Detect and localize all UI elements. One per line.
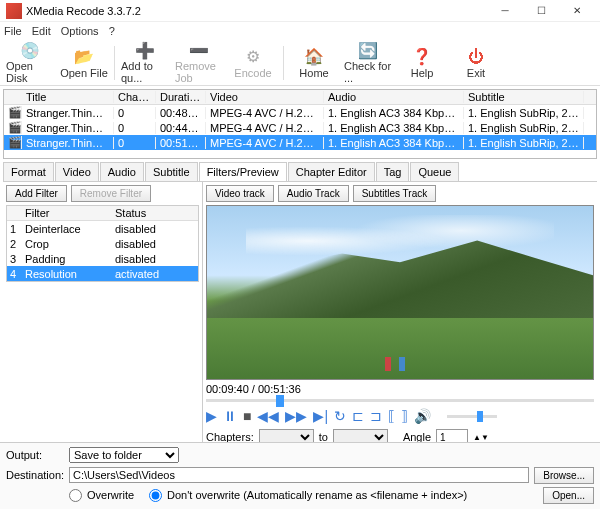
maximize-button[interactable]: ☐ bbox=[524, 2, 558, 20]
range-out-button[interactable]: ⟧ bbox=[401, 408, 408, 424]
table-row[interactable]: 🎬Stranger.Things...000:48:16MPEG-4 AVC /… bbox=[4, 105, 596, 120]
filter-row[interactable]: 4Resolutionactivated bbox=[7, 266, 198, 281]
tab-tag[interactable]: Tag bbox=[376, 162, 410, 181]
playback-controls: ▶ ⏸ ■ ◀◀ ▶▶ ▶| ↻ ⊏ ⊐ ⟦ ⟧ 🔊 bbox=[206, 408, 594, 424]
refresh-icon: 🔄 bbox=[358, 41, 378, 60]
col-audio[interactable]: Audio bbox=[324, 91, 464, 103]
filter-row[interactable]: 3Paddingdisabled bbox=[7, 251, 198, 266]
browse-button[interactable]: Browse... bbox=[534, 467, 594, 484]
menubar: File Edit Options ? bbox=[0, 22, 600, 40]
play-button[interactable]: ▶ bbox=[206, 408, 217, 424]
col-subtitle[interactable]: Subtitle bbox=[464, 91, 584, 103]
mark-out-button[interactable]: ⊐ bbox=[370, 408, 382, 424]
forward-button[interactable]: ▶▶ bbox=[285, 408, 307, 424]
toolbar: 💿Open Disk 📂Open File ➕Add to qu... ➖Rem… bbox=[0, 40, 600, 86]
tab-queue[interactable]: Queue bbox=[410, 162, 459, 181]
tab-format[interactable]: Format bbox=[3, 162, 54, 181]
bottom-panel: Output:Save to folder Destination: Brows… bbox=[0, 442, 600, 509]
menu-file[interactable]: File bbox=[4, 25, 22, 37]
help-button[interactable]: ❓Help bbox=[398, 42, 446, 84]
add-filter-button[interactable]: Add Filter bbox=[6, 185, 67, 202]
tab-audio[interactable]: Audio bbox=[100, 162, 144, 181]
gear-icon: ⚙ bbox=[243, 47, 263, 67]
encode-button: ⚙Encode bbox=[229, 42, 277, 84]
rewind-button[interactable]: ◀◀ bbox=[257, 408, 279, 424]
col-title[interactable]: Title bbox=[22, 91, 114, 103]
tab-video[interactable]: Video bbox=[55, 162, 99, 181]
menu-help[interactable]: ? bbox=[109, 25, 115, 37]
range-in-button[interactable]: ⟦ bbox=[388, 408, 395, 424]
file-grid[interactable]: Title Chapters Duration Video Audio Subt… bbox=[3, 89, 597, 159]
exit-button[interactable]: ⏻Exit bbox=[452, 42, 500, 84]
home-button[interactable]: 🏠Home bbox=[290, 42, 338, 84]
minus-icon: ➖ bbox=[189, 41, 209, 60]
subtitles-track-button[interactable]: Subtitles Track bbox=[353, 185, 437, 202]
col-duration[interactable]: Duration bbox=[156, 91, 206, 103]
app-icon bbox=[6, 3, 22, 19]
close-button[interactable]: ✕ bbox=[560, 2, 594, 20]
help-icon: ❓ bbox=[412, 47, 432, 67]
power-icon: ⏻ bbox=[466, 47, 486, 67]
destination-input[interactable] bbox=[69, 467, 529, 483]
stop-button[interactable]: ■ bbox=[243, 408, 251, 424]
open-file-button[interactable]: 📂Open File bbox=[60, 42, 108, 84]
tab-chaptereditor[interactable]: Chapter Editor bbox=[288, 162, 375, 181]
overwrite-radio[interactable] bbox=[69, 489, 82, 502]
dont-overwrite-radio[interactable] bbox=[149, 489, 162, 502]
table-row[interactable]: 🎬Stranger.Things...000:51:36MPEG-4 AVC /… bbox=[4, 135, 596, 150]
seek-slider[interactable] bbox=[206, 399, 594, 402]
loop-button[interactable]: ↻ bbox=[334, 408, 346, 424]
open-disk-button[interactable]: 💿Open Disk bbox=[6, 42, 54, 84]
menu-edit[interactable]: Edit bbox=[32, 25, 51, 37]
pause-button[interactable]: ⏸ bbox=[223, 408, 237, 424]
window-title: XMedia Recode 3.3.7.2 bbox=[26, 5, 488, 17]
skip-button[interactable]: ▶| bbox=[313, 408, 328, 424]
tabstrip: FormatVideoAudioSubtitleFilters/PreviewC… bbox=[3, 162, 597, 181]
tab-subtitle[interactable]: Subtitle bbox=[145, 162, 198, 181]
video-track-button[interactable]: Video track bbox=[206, 185, 274, 202]
home-icon: 🏠 bbox=[304, 47, 324, 67]
filter-row[interactable]: 1Deinterlacedisabled bbox=[7, 221, 198, 236]
add-queue-button[interactable]: ➕Add to qu... bbox=[121, 42, 169, 84]
playback-position: 00:09:40 / 00:51:36 bbox=[206, 383, 301, 395]
remove-filter-button: Remove Filter bbox=[71, 185, 151, 202]
mark-in-button[interactable]: ⊏ bbox=[352, 408, 364, 424]
audio-track-button[interactable]: Audio Track bbox=[278, 185, 349, 202]
volume-icon[interactable]: 🔊 bbox=[414, 408, 431, 424]
open-button[interactable]: Open... bbox=[543, 487, 594, 504]
filter-grid[interactable]: FilterStatus 1Deinterlacedisabled2Cropdi… bbox=[6, 205, 199, 282]
col-chapters[interactable]: Chapters bbox=[114, 91, 156, 103]
volume-slider[interactable] bbox=[447, 415, 497, 418]
minimize-button[interactable]: ─ bbox=[488, 2, 522, 20]
col-video[interactable]: Video bbox=[206, 91, 324, 103]
table-row[interactable]: 🎬Stranger.Things...000:44:36MPEG-4 AVC /… bbox=[4, 120, 596, 135]
disk-icon: 💿 bbox=[20, 41, 40, 60]
plus-icon: ➕ bbox=[135, 41, 155, 60]
filter-row[interactable]: 2Cropdisabled bbox=[7, 236, 198, 251]
titlebar: XMedia Recode 3.3.7.2 ─ ☐ ✕ bbox=[0, 0, 600, 22]
preview-pane bbox=[206, 205, 594, 380]
tab-filterspreview[interactable]: Filters/Preview bbox=[199, 162, 287, 181]
folder-icon: 📂 bbox=[74, 47, 94, 67]
menu-options[interactable]: Options bbox=[61, 25, 99, 37]
output-mode-select[interactable]: Save to folder bbox=[69, 447, 179, 463]
check-updates-button[interactable]: 🔄Check for ... bbox=[344, 42, 392, 84]
remove-job-button: ➖Remove Job bbox=[175, 42, 223, 84]
